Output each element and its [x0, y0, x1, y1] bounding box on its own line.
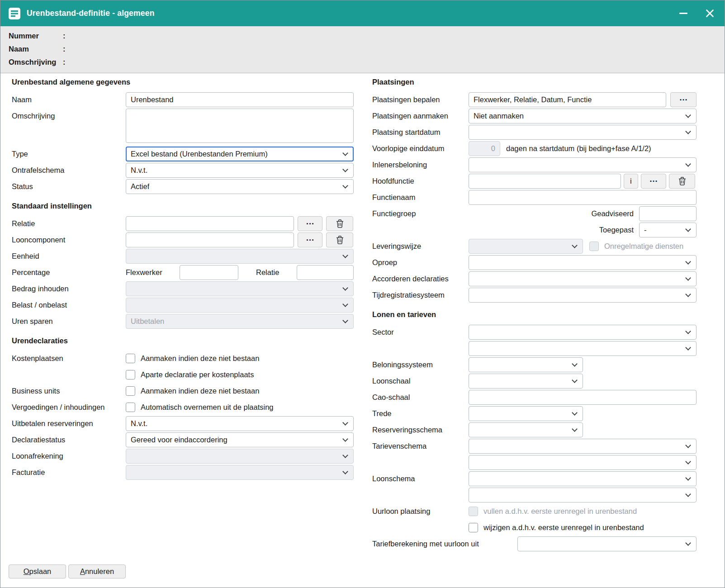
vergoedingen-label: Vergoedingen / inhoudingen	[12, 403, 126, 412]
uurloon-vullen-checkbox[interactable]	[469, 507, 478, 516]
row-voorlopige-einddatum: Voorlopige einddatum dagen na startdatum…	[372, 141, 697, 156]
belast-onbelast-select[interactable]	[126, 298, 354, 313]
chevron-down-icon	[685, 291, 691, 297]
omschrijving-textarea[interactable]	[126, 109, 354, 143]
header-row-nummer: Nummer :	[9, 29, 716, 43]
voorlopige-einddatum-label: Voorlopige einddatum	[372, 144, 469, 153]
functiegroep-geadviseerd-input[interactable]	[639, 206, 697, 221]
row-tarievenschema-1: Tarievenschema	[372, 439, 697, 454]
row-uurloon-wijzigen: wijzigen a.d.h.v. eerste urenregel in ur…	[372, 520, 697, 535]
annuleren-button[interactable]: Annuleren	[68, 564, 126, 579]
chevron-down-icon	[342, 436, 348, 442]
close-icon	[706, 9, 714, 18]
right-column: Plaatsingen Plaatsingen bepalen … Plaats…	[372, 73, 697, 559]
status-select[interactable]: Actief	[126, 179, 354, 194]
chevron-down-icon	[342, 166, 348, 172]
row-bedrag-inhouden: Bedrag inhouden	[12, 281, 354, 296]
functienaam-input[interactable]	[469, 190, 697, 205]
plaatsingen-aanmaken-select[interactable]: Niet aanmaken	[469, 109, 697, 123]
type-select[interactable]: Excel bestand (Urenbestanden Premium)	[126, 147, 354, 161]
minimize-button[interactable]	[677, 7, 690, 20]
eenheid-label: Eenheid	[12, 252, 126, 261]
chevron-down-icon	[685, 226, 691, 232]
hoofdfunctie-info-button[interactable]: i	[624, 174, 638, 189]
plaatsing-startdatum-label: Plaatsing startdatum	[372, 128, 469, 137]
facturatie-select[interactable]	[126, 465, 354, 480]
sector-secondary-select[interactable]	[469, 341, 697, 356]
cao-schaal-input[interactable]	[469, 390, 697, 405]
tariefberekening-select[interactable]	[517, 536, 697, 551]
percentage-relatie-input[interactable]	[297, 265, 354, 280]
hoofdfunctie-delete-button[interactable]	[669, 174, 695, 189]
loonschema-select[interactable]	[469, 471, 697, 486]
uitbetalen-reserveringen-select[interactable]: N.v.t.	[126, 416, 354, 431]
looncomponent-browse-button[interactable]: …	[298, 232, 322, 247]
bedrag-inhouden-select[interactable]	[126, 281, 354, 296]
trede-select[interactable]	[469, 406, 583, 421]
accorderen-declaraties-select[interactable]	[469, 271, 697, 286]
relatie-browse-button[interactable]: …	[298, 216, 322, 231]
naam-input[interactable]	[126, 92, 354, 107]
relatie-label: Relatie	[12, 219, 126, 228]
kostenplaatsen-aanmaken-checkbox[interactable]	[126, 354, 135, 363]
tijdregistratiesysteem-select[interactable]	[469, 288, 697, 303]
percentage-flexwerker-input[interactable]	[180, 265, 238, 280]
tarievenschema-select[interactable]	[469, 439, 697, 454]
row-inlenersbeloning: Inlenersbeloning	[372, 157, 697, 172]
omschrijving-header-label: Omschrijving	[9, 58, 63, 66]
plaatsingen-bepalen-browse-button[interactable]: …	[670, 92, 697, 107]
sector-select[interactable]	[469, 325, 697, 340]
plaatsing-startdatum-select[interactable]	[469, 125, 697, 140]
type-label: Type	[12, 150, 126, 158]
tarievenschema-secondary-select[interactable]	[469, 455, 697, 470]
opslaan-button[interactable]: Opslaan	[9, 564, 66, 579]
row-declaratiestatus: Declaratiestatus Gereed voor eindaccorde…	[12, 432, 354, 447]
inlenersbeloning-select[interactable]	[469, 157, 697, 172]
reserveringsschema-select[interactable]	[469, 422, 583, 437]
row-accorderen-declaraties: Accorderen declaraties	[372, 271, 697, 286]
plaatsingen-bepalen-label: Plaatsingen bepalen	[372, 95, 469, 104]
relatie-input[interactable]	[126, 216, 294, 231]
percentage-pair: Flexwerker Relatie	[126, 265, 354, 280]
accorderen-declaraties-label: Accorderen declaraties	[372, 275, 469, 283]
chevron-down-icon	[572, 361, 578, 367]
aparte-declaratie-checkbox[interactable]	[126, 370, 135, 379]
beloningssysteem-select[interactable]	[469, 357, 583, 372]
relatie-delete-button[interactable]	[326, 216, 353, 231]
business-units-aanmaken-checkbox[interactable]	[126, 386, 135, 396]
automatisch-overnemen-checkbox[interactable]	[126, 403, 135, 412]
omschrijving-colon: :	[63, 58, 72, 66]
eenheid-select[interactable]	[126, 249, 354, 264]
declaratiestatus-select[interactable]: Gereed voor eindaccordering	[126, 432, 354, 447]
chevron-down-icon	[342, 301, 348, 307]
hoofdfunctie-browse-button[interactable]: …	[641, 174, 666, 189]
leveringswijze-select[interactable]	[469, 239, 583, 254]
functienaam-label: Functienaam	[372, 193, 469, 202]
oproep-select[interactable]	[469, 255, 697, 270]
looncomponent-input[interactable]	[126, 232, 294, 247]
loonschema-secondary-select[interactable]	[469, 488, 697, 503]
row-vergoedingen: Vergoedingen / inhoudingen Automatisch o…	[12, 400, 354, 415]
ontrafelschema-select[interactable]: N.v.t.	[126, 163, 354, 178]
row-relatie: Relatie …	[12, 216, 354, 231]
onregelmatige-diensten-checkbox[interactable]	[589, 242, 599, 251]
header-row-naam: Naam :	[9, 43, 716, 56]
chevron-down-icon	[342, 452, 348, 458]
voorlopige-einddatum-input[interactable]	[469, 141, 500, 156]
functiegroep-toegepast-select[interactable]: -	[639, 223, 697, 237]
loonschaal-select[interactable]	[469, 374, 583, 389]
close-button[interactable]	[703, 7, 716, 20]
hoofdfunctie-input[interactable]	[469, 174, 621, 189]
functiegroep-label: Functiegroep	[372, 209, 469, 218]
chevron-down-icon	[685, 475, 691, 481]
uren-sparen-select[interactable]: Uitbetalen	[126, 314, 354, 329]
status-label: Status	[12, 182, 126, 191]
section-heading-algemene-gegevens: Urenbestand algemene gegevens	[12, 78, 354, 88]
uurloon-wijzigen-checkbox[interactable]	[469, 523, 478, 532]
row-cao-schaal: Cao-schaal	[372, 390, 697, 405]
plaatsingen-bepalen-input[interactable]	[469, 92, 666, 107]
row-hoofdfunctie: Hoofdfunctie i …	[372, 174, 697, 189]
loonafrekening-select[interactable]	[126, 449, 354, 464]
percentage-label: Percentage	[12, 268, 126, 277]
looncomponent-delete-button[interactable]	[326, 232, 353, 247]
